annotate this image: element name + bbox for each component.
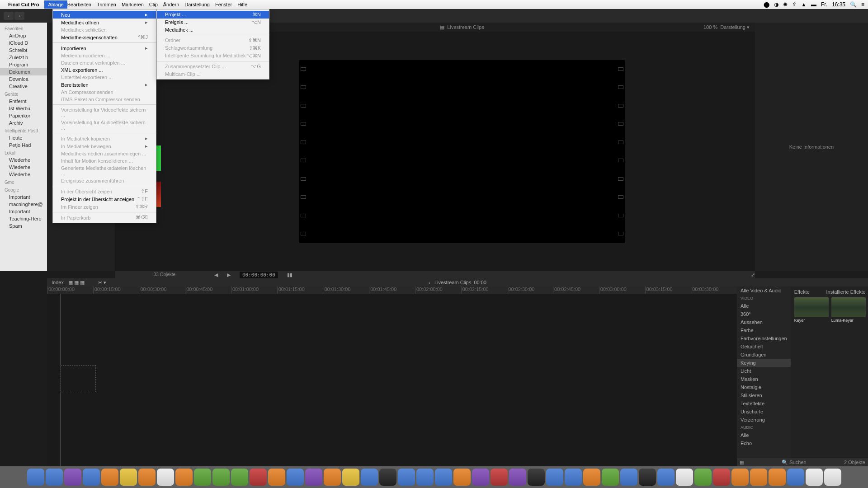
fx-category[interactable]: Alle Video & Audio — [737, 286, 791, 295]
fx-category[interactable]: AUDIO — [737, 424, 791, 431]
sidebar-item[interactable]: Papierkor — [0, 112, 47, 119]
fx-category[interactable]: Masken — [737, 375, 791, 383]
menu-clip[interactable]: Clip — [149, 2, 158, 7]
sidebar-item[interactable]: Entfernt — [0, 98, 47, 105]
dock-app[interactable] — [750, 469, 767, 486]
clock-time[interactable]: 16:35 — [832, 1, 845, 8]
prev-button[interactable]: ◀ — [214, 272, 218, 278]
sidebar-item[interactable]: Teaching-Hero — [0, 215, 47, 222]
sidebar-item[interactable]: macninghere@ — [0, 201, 47, 208]
dock-app[interactable] — [268, 469, 285, 486]
sidebar-item[interactable]: Dokumen — [0, 68, 47, 75]
menu-item[interactable]: Mediathek öffnen ▸ — [53, 19, 156, 26]
fx-category[interactable]: 360° — [737, 310, 791, 318]
menu-item[interactable]: Mediathekseigenschaften^⌘J — [53, 33, 156, 41]
viewer-canvas[interactable] — [299, 60, 625, 243]
dock-app[interactable] — [565, 469, 582, 486]
menu-ablage[interactable]: Ablage — [44, 0, 67, 9]
dock-app[interactable] — [27, 469, 44, 486]
status-icon[interactable]: ⇪ — [792, 1, 797, 8]
dock-app[interactable] — [194, 469, 211, 486]
fx-category[interactable]: Echo — [737, 439, 791, 447]
sidebar-item[interactable]: Important — [0, 193, 47, 201]
sidebar-item[interactable]: Downloa — [0, 75, 47, 83]
wifi-icon[interactable]: ▲ — [801, 1, 807, 8]
menu-item[interactable]: Neu ▸ — [53, 11, 156, 19]
dock-app[interactable] — [287, 469, 304, 486]
dock-app[interactable] — [583, 469, 600, 486]
dock-app[interactable] — [361, 469, 378, 486]
dock-app[interactable] — [620, 469, 637, 486]
fx-category[interactable]: Alle — [737, 431, 791, 439]
dock-app[interactable] — [435, 469, 452, 486]
forward-button[interactable]: › — [14, 12, 24, 20]
sidebar-item[interactable]: Petjo Had — [0, 141, 47, 149]
back-arrow[interactable]: ‹ — [429, 280, 430, 285]
dock-app[interactable] — [491, 469, 508, 486]
fx-category[interactable]: Aussehen — [737, 318, 791, 326]
back-button[interactable]: ‹ — [4, 12, 14, 20]
menu-bearbeiten[interactable]: Bearbeiten — [67, 2, 91, 7]
menu-icon[interactable]: ≡ — [861, 1, 864, 8]
sidebar-item[interactable]: Schreibt — [0, 47, 47, 54]
app-name[interactable]: Final Cut Pro — [8, 2, 39, 7]
dock-app[interactable] — [528, 469, 545, 486]
sidebar-item[interactable]: AirDrop — [0, 32, 47, 39]
dock-app[interactable] — [602, 469, 619, 486]
index-button[interactable]: Index — [47, 280, 68, 285]
sidebar-item[interactable]: Program — [0, 61, 47, 68]
sidebar-item[interactable]: Wiederhe — [0, 171, 47, 178]
fx-category[interactable]: Farbe — [737, 326, 791, 334]
dock-app[interactable] — [305, 469, 322, 486]
sidebar-item[interactable]: Heute — [0, 134, 47, 141]
menu-aendern[interactable]: Ändern — [163, 2, 179, 7]
dock-app[interactable] — [120, 469, 137, 486]
fx-category[interactable]: Stilisieren — [737, 391, 791, 399]
effects-search[interactable]: Suchen — [789, 460, 806, 465]
sidebar-item[interactable]: Wiederhe — [0, 156, 47, 164]
fx-category[interactable]: Keying — [737, 359, 791, 367]
fullscreen-icon[interactable]: ⤢ — [751, 272, 755, 278]
dock-app[interactable] — [83, 469, 100, 486]
fx-category[interactable]: Licht — [737, 367, 791, 375]
effects-toolbar-icon[interactable]: ▦ — [740, 460, 744, 465]
dock-app[interactable] — [546, 469, 563, 486]
menu-hilfe[interactable]: Hilfe — [237, 2, 247, 7]
menu-fenster[interactable]: Fenster — [215, 2, 232, 7]
fx-item[interactable]: Keyer — [794, 297, 829, 323]
fx-category[interactable]: Gekachelt — [737, 343, 791, 351]
flag-icon[interactable]: ▬ — [811, 1, 816, 8]
submenu-item[interactable]: Mediathek ... — [157, 26, 269, 33]
fx-item[interactable]: Luma-Keyer — [831, 297, 866, 323]
dock-app[interactable] — [138, 469, 156, 486]
play-button[interactable]: ▶ — [227, 272, 231, 278]
sidebar-item[interactable]: Wiederhe — [0, 164, 47, 171]
dock-app[interactable] — [731, 469, 749, 486]
dock-app[interactable] — [231, 469, 248, 486]
fx-category[interactable]: Texteffekte — [737, 399, 791, 408]
dock-app[interactable] — [806, 469, 823, 486]
dock-app[interactable] — [416, 469, 434, 486]
dock-app[interactable] — [64, 469, 81, 486]
status-icon[interactable]: ✺ — [783, 1, 788, 8]
status-icon[interactable]: ◑ — [774, 1, 778, 8]
menu-item[interactable]: Projekt in der Übersicht anzeigen⌃⇧F — [53, 195, 156, 203]
menu-item[interactable]: Importieren ▸ — [53, 44, 156, 52]
effects-installed[interactable]: Installierte Effekte — [826, 289, 866, 295]
clock-day[interactable]: Fr. — [821, 1, 827, 8]
sidebar-item[interactable]: Spam — [0, 222, 47, 230]
menu-item[interactable]: Bereitstellen ▸ — [53, 81, 156, 89]
fx-category[interactable]: VIDEO — [737, 295, 791, 302]
dock-app[interactable] — [824, 469, 841, 486]
status-icon[interactable]: ⬤ — [764, 1, 769, 8]
dock-app[interactable] — [509, 469, 526, 486]
next-button[interactable]: ▮▮ — [287, 272, 292, 278]
dock-app[interactable] — [713, 469, 730, 486]
dock-app[interactable] — [676, 469, 693, 486]
sidebar-item[interactable]: Important — [0, 208, 47, 215]
zoom-label[interactable]: 100 % — [703, 24, 717, 30]
dock-app[interactable] — [324, 469, 341, 486]
sidebar-item[interactable]: Ist Werbu — [0, 105, 47, 112]
timeline[interactable] — [47, 294, 737, 466]
sidebar-item[interactable]: Zuletzt b — [0, 54, 47, 61]
